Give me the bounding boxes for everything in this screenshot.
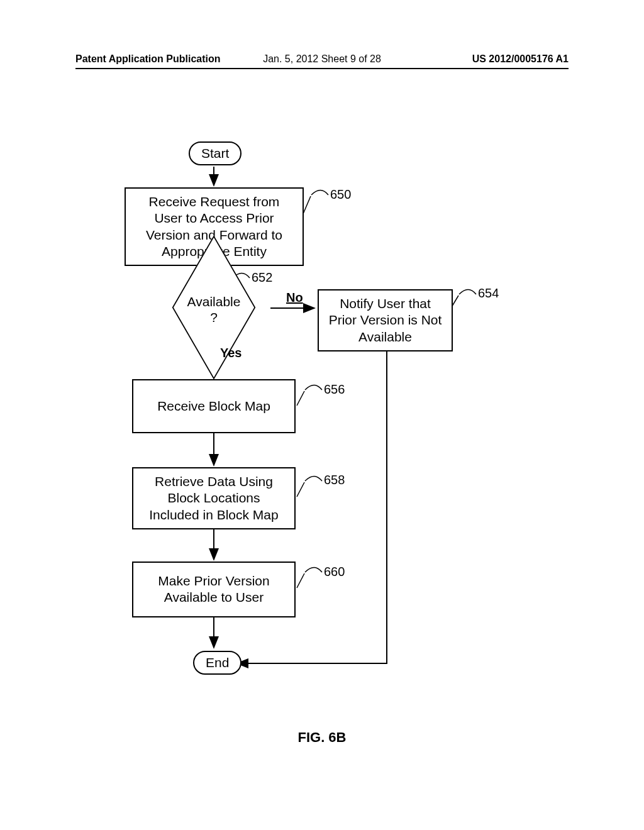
ref-654: 654: [478, 286, 499, 301]
process-660: Make Prior Version Available to User: [132, 562, 296, 617]
svg-line-13: [297, 573, 304, 588]
ref-652: 652: [252, 270, 272, 285]
figure-label: FIG. 6B: [0, 729, 644, 746]
decision-652: Available ?: [157, 280, 270, 336]
process-660-text: Make Prior Version Available to User: [158, 573, 269, 604]
end-label: End: [206, 655, 229, 670]
ref-650: 650: [330, 187, 351, 202]
header-rule: [75, 68, 569, 69]
header-publication: Patent Application Publication: [75, 53, 221, 65]
page-header: Patent Application Publication Jan. 5, 2…: [0, 53, 644, 65]
process-654: Notify User that Prior Version is Not Av…: [318, 289, 453, 351]
process-654-text: Notify User that Prior Version is Not Av…: [329, 296, 442, 344]
process-658: Retrieve Data Using Block Locations Incl…: [132, 467, 296, 529]
branch-yes: Yes: [220, 346, 242, 360]
svg-line-12: [297, 482, 304, 497]
ref-656: 656: [324, 382, 345, 397]
end-terminator: End: [193, 651, 242, 675]
ref-660: 660: [324, 565, 345, 579]
header-pub-number: US 2012/0005176 A1: [472, 53, 569, 65]
start-terminator: Start: [189, 141, 242, 165]
process-658-text: Retrieve Data Using Block Locations Incl…: [149, 474, 278, 522]
process-656: Receive Block Map: [132, 379, 296, 433]
svg-line-11: [297, 391, 304, 406]
start-label: Start: [201, 146, 229, 160]
header-date-sheet: Jan. 5, 2012 Sheet 9 of 28: [263, 53, 381, 65]
ref-658: 658: [324, 473, 345, 487]
flowchart-connectors: [0, 119, 644, 811]
branch-no: No: [286, 290, 303, 305]
process-656-text: Receive Block Map: [157, 399, 270, 413]
decision-652-text: Available ?: [157, 294, 270, 325]
svg-line-8: [303, 196, 311, 214]
